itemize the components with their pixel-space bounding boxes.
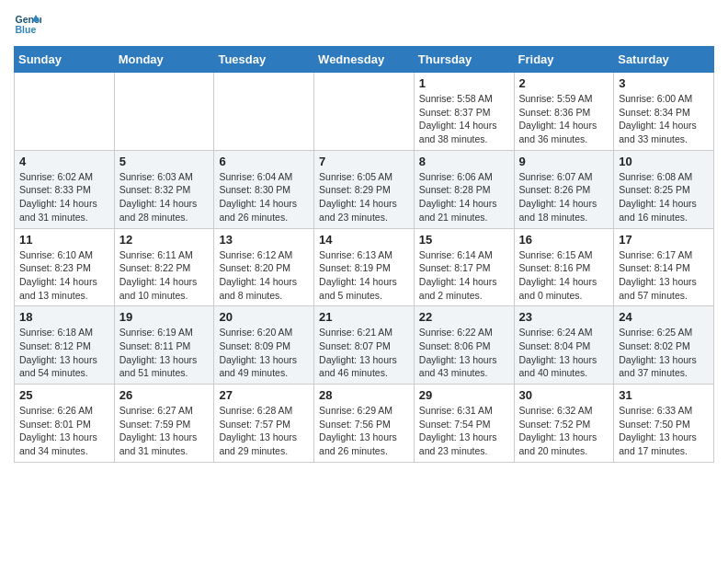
day-info: Sunrise: 6:14 AM Sunset: 8:17 PM Dayligh… bbox=[419, 248, 509, 303]
day-number: 26 bbox=[119, 388, 210, 402]
day-header-sunday: Sunday bbox=[15, 47, 115, 73]
day-number: 14 bbox=[319, 233, 409, 247]
day-number: 22 bbox=[419, 310, 509, 324]
day-info: Sunrise: 6:27 AM Sunset: 7:59 PM Dayligh… bbox=[119, 404, 210, 458]
calendar-cell: 6Sunrise: 6:04 AM Sunset: 8:30 PM Daylig… bbox=[214, 150, 314, 228]
day-number: 24 bbox=[619, 310, 709, 324]
calendar-cell: 16Sunrise: 6:15 AM Sunset: 8:16 PM Dayli… bbox=[514, 228, 614, 306]
calendar-week-row: 25Sunrise: 6:26 AM Sunset: 8:01 PM Dayli… bbox=[15, 385, 714, 463]
day-info: Sunrise: 6:13 AM Sunset: 8:19 PM Dayligh… bbox=[319, 248, 409, 303]
day-number: 10 bbox=[619, 155, 709, 168]
calendar-cell: 14Sunrise: 6:13 AM Sunset: 8:19 PM Dayli… bbox=[314, 228, 415, 306]
logo-icon: General Blue bbox=[14, 9, 41, 37]
day-info: Sunrise: 6:17 AM Sunset: 8:14 PM Dayligh… bbox=[619, 248, 709, 303]
day-number: 9 bbox=[519, 155, 609, 168]
calendar-cell: 10Sunrise: 6:08 AM Sunset: 8:25 PM Dayli… bbox=[614, 150, 714, 228]
day-info: Sunrise: 5:58 AM Sunset: 8:37 PM Dayligh… bbox=[419, 92, 509, 146]
calendar-cell: 5Sunrise: 6:03 AM Sunset: 8:32 PM Daylig… bbox=[114, 150, 214, 228]
day-info: Sunrise: 6:31 AM Sunset: 7:54 PM Dayligh… bbox=[419, 404, 509, 458]
calendar-cell: 30Sunrise: 6:32 AM Sunset: 7:52 PM Dayli… bbox=[514, 385, 614, 463]
calendar-week-row: 11Sunrise: 6:10 AM Sunset: 8:23 PM Dayli… bbox=[15, 228, 714, 306]
svg-text:Blue: Blue bbox=[16, 24, 37, 35]
day-info: Sunrise: 6:15 AM Sunset: 8:16 PM Dayligh… bbox=[519, 248, 609, 303]
day-info: Sunrise: 5:59 AM Sunset: 8:36 PM Dayligh… bbox=[519, 92, 609, 146]
calendar-cell: 9Sunrise: 6:07 AM Sunset: 8:26 PM Daylig… bbox=[514, 150, 614, 228]
calendar-cell: 21Sunrise: 6:21 AM Sunset: 8:07 PM Dayli… bbox=[314, 306, 415, 385]
day-number: 13 bbox=[219, 233, 309, 247]
calendar-cell: 15Sunrise: 6:14 AM Sunset: 8:17 PM Dayli… bbox=[414, 228, 514, 306]
day-number: 11 bbox=[19, 233, 109, 247]
calendar-cell: 2Sunrise: 5:59 AM Sunset: 8:36 PM Daylig… bbox=[514, 73, 614, 151]
day-info: Sunrise: 6:12 AM Sunset: 8:20 PM Dayligh… bbox=[219, 248, 309, 303]
day-number: 6 bbox=[219, 155, 309, 168]
day-info: Sunrise: 6:03 AM Sunset: 8:32 PM Dayligh… bbox=[119, 170, 210, 224]
calendar-cell: 19Sunrise: 6:19 AM Sunset: 8:11 PM Dayli… bbox=[114, 306, 214, 385]
day-header-wednesday: Wednesday bbox=[314, 47, 415, 73]
day-number: 16 bbox=[519, 233, 609, 247]
day-header-thursday: Thursday bbox=[414, 47, 514, 73]
calendar-cell: 25Sunrise: 6:26 AM Sunset: 8:01 PM Dayli… bbox=[15, 385, 115, 463]
calendar-cell: 18Sunrise: 6:18 AM Sunset: 8:12 PM Dayli… bbox=[15, 306, 115, 385]
calendar-cell: 23Sunrise: 6:24 AM Sunset: 8:04 PM Dayli… bbox=[514, 306, 614, 385]
calendar-cell: 4Sunrise: 6:02 AM Sunset: 8:33 PM Daylig… bbox=[15, 150, 115, 228]
day-number: 12 bbox=[119, 233, 210, 247]
header-section: General Blue bbox=[14, 9, 714, 37]
calendar-cell: 22Sunrise: 6:22 AM Sunset: 8:06 PM Dayli… bbox=[414, 306, 514, 385]
calendar-header-row: SundayMondayTuesdayWednesdayThursdayFrid… bbox=[15, 47, 714, 73]
day-info: Sunrise: 6:24 AM Sunset: 8:04 PM Dayligh… bbox=[519, 326, 609, 380]
day-number: 18 bbox=[19, 310, 109, 324]
calendar-cell bbox=[15, 73, 115, 151]
day-info: Sunrise: 6:25 AM Sunset: 8:02 PM Dayligh… bbox=[619, 326, 709, 380]
day-info: Sunrise: 6:26 AM Sunset: 8:01 PM Dayligh… bbox=[19, 404, 109, 458]
day-number: 3 bbox=[619, 76, 709, 90]
logo: General Blue bbox=[14, 9, 45, 37]
day-number: 28 bbox=[319, 388, 409, 402]
calendar-cell: 26Sunrise: 6:27 AM Sunset: 7:59 PM Dayli… bbox=[114, 385, 214, 463]
calendar-cell: 13Sunrise: 6:12 AM Sunset: 8:20 PM Dayli… bbox=[214, 228, 314, 306]
day-info: Sunrise: 6:00 AM Sunset: 8:34 PM Dayligh… bbox=[619, 92, 709, 146]
calendar-cell: 3Sunrise: 6:00 AM Sunset: 8:34 PM Daylig… bbox=[614, 73, 714, 151]
day-number: 30 bbox=[519, 388, 609, 402]
day-info: Sunrise: 6:10 AM Sunset: 8:23 PM Dayligh… bbox=[19, 248, 109, 303]
day-info: Sunrise: 6:21 AM Sunset: 8:07 PM Dayligh… bbox=[319, 326, 409, 380]
day-header-monday: Monday bbox=[114, 47, 214, 73]
day-info: Sunrise: 6:02 AM Sunset: 8:33 PM Dayligh… bbox=[19, 170, 109, 224]
day-number: 15 bbox=[419, 233, 509, 247]
day-header-friday: Friday bbox=[514, 47, 614, 73]
day-info: Sunrise: 6:11 AM Sunset: 8:22 PM Dayligh… bbox=[119, 248, 210, 303]
day-number: 1 bbox=[419, 76, 509, 90]
calendar-week-row: 1Sunrise: 5:58 AM Sunset: 8:37 PM Daylig… bbox=[15, 73, 714, 151]
day-info: Sunrise: 6:04 AM Sunset: 8:30 PM Dayligh… bbox=[219, 170, 309, 224]
day-number: 19 bbox=[119, 310, 210, 324]
day-number: 20 bbox=[219, 310, 309, 324]
day-number: 21 bbox=[319, 310, 409, 324]
calendar-cell: 24Sunrise: 6:25 AM Sunset: 8:02 PM Dayli… bbox=[614, 306, 714, 385]
day-number: 29 bbox=[419, 388, 509, 402]
day-info: Sunrise: 6:18 AM Sunset: 8:12 PM Dayligh… bbox=[19, 326, 109, 380]
calendar-cell: 31Sunrise: 6:33 AM Sunset: 7:50 PM Dayli… bbox=[614, 385, 714, 463]
day-info: Sunrise: 6:22 AM Sunset: 8:06 PM Dayligh… bbox=[419, 326, 509, 380]
day-info: Sunrise: 6:08 AM Sunset: 8:25 PM Dayligh… bbox=[619, 170, 709, 224]
day-number: 25 bbox=[19, 388, 109, 402]
day-number: 2 bbox=[519, 76, 609, 90]
day-info: Sunrise: 6:05 AM Sunset: 8:29 PM Dayligh… bbox=[319, 170, 409, 224]
day-number: 23 bbox=[519, 310, 609, 324]
calendar-week-row: 4Sunrise: 6:02 AM Sunset: 8:33 PM Daylig… bbox=[15, 150, 714, 228]
calendar-cell: 1Sunrise: 5:58 AM Sunset: 8:37 PM Daylig… bbox=[414, 73, 514, 151]
calendar-cell: 7Sunrise: 6:05 AM Sunset: 8:29 PM Daylig… bbox=[314, 150, 415, 228]
day-info: Sunrise: 6:28 AM Sunset: 7:57 PM Dayligh… bbox=[219, 404, 309, 458]
calendar-cell bbox=[214, 73, 314, 151]
day-number: 27 bbox=[219, 388, 309, 402]
calendar-week-row: 18Sunrise: 6:18 AM Sunset: 8:12 PM Dayli… bbox=[15, 306, 714, 385]
calendar-cell bbox=[314, 73, 415, 151]
day-info: Sunrise: 6:32 AM Sunset: 7:52 PM Dayligh… bbox=[519, 404, 609, 458]
day-info: Sunrise: 6:07 AM Sunset: 8:26 PM Dayligh… bbox=[519, 170, 609, 224]
calendar-cell: 20Sunrise: 6:20 AM Sunset: 8:09 PM Dayli… bbox=[214, 306, 314, 385]
day-number: 31 bbox=[619, 388, 709, 402]
calendar-cell: 27Sunrise: 6:28 AM Sunset: 7:57 PM Dayli… bbox=[214, 385, 314, 463]
day-header-tuesday: Tuesday bbox=[214, 47, 314, 73]
calendar-cell: 29Sunrise: 6:31 AM Sunset: 7:54 PM Dayli… bbox=[414, 385, 514, 463]
day-info: Sunrise: 6:33 AM Sunset: 7:50 PM Dayligh… bbox=[619, 404, 709, 458]
day-info: Sunrise: 6:06 AM Sunset: 8:28 PM Dayligh… bbox=[419, 170, 509, 224]
calendar-cell: 12Sunrise: 6:11 AM Sunset: 8:22 PM Dayli… bbox=[114, 228, 214, 306]
